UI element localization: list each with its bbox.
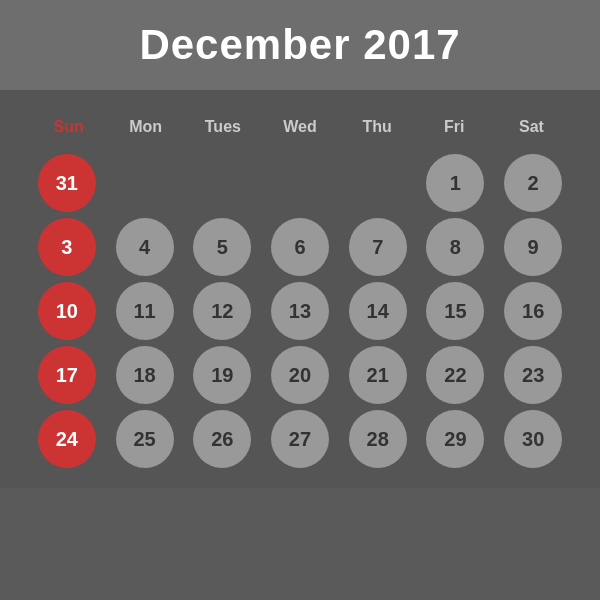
day-number[interactable]: 14 [349, 282, 407, 340]
day-number[interactable]: 31 [38, 154, 96, 212]
day-number[interactable]: 20 [271, 346, 329, 404]
day-cell[interactable]: 17 [30, 346, 104, 404]
weekday-label: Sat [493, 110, 570, 144]
day-cell[interactable]: 14 [341, 282, 415, 340]
day-number [349, 154, 407, 212]
day-number[interactable]: 15 [426, 282, 484, 340]
day-number [116, 154, 174, 212]
day-number[interactable]: 17 [38, 346, 96, 404]
day-cell[interactable]: 29 [419, 410, 493, 468]
day-cell[interactable]: 9 [496, 218, 570, 276]
day-cell[interactable]: 8 [419, 218, 493, 276]
weekday-label: Tues [184, 110, 261, 144]
day-number[interactable]: 26 [193, 410, 251, 468]
weekday-label: Mon [107, 110, 184, 144]
day-cell [108, 154, 182, 212]
day-cell[interactable]: 16 [496, 282, 570, 340]
day-cell[interactable]: 12 [185, 282, 259, 340]
day-cell[interactable]: 10 [30, 282, 104, 340]
day-number[interactable]: 6 [271, 218, 329, 276]
day-cell[interactable]: 30 [496, 410, 570, 468]
day-cell[interactable]: 31 [30, 154, 104, 212]
calendar-body: SunMonTuesWedThuFriSat 31123456789101112… [0, 90, 600, 488]
day-cell[interactable]: 1 [419, 154, 493, 212]
day-cell[interactable]: 26 [185, 410, 259, 468]
day-number[interactable]: 23 [504, 346, 562, 404]
weekday-label: Fri [416, 110, 493, 144]
day-cell[interactable]: 18 [108, 346, 182, 404]
weekday-label: Thu [339, 110, 416, 144]
weekday-row: SunMonTuesWedThuFriSat [30, 110, 570, 144]
day-number[interactable]: 25 [116, 410, 174, 468]
day-number[interactable]: 27 [271, 410, 329, 468]
day-cell[interactable]: 28 [341, 410, 415, 468]
day-cell[interactable]: 19 [185, 346, 259, 404]
day-number[interactable]: 16 [504, 282, 562, 340]
day-number[interactable]: 21 [349, 346, 407, 404]
day-cell[interactable]: 7 [341, 218, 415, 276]
weekday-label: Sun [30, 110, 107, 144]
day-number[interactable]: 10 [38, 282, 96, 340]
day-number[interactable]: 29 [426, 410, 484, 468]
day-cell[interactable]: 15 [419, 282, 493, 340]
day-cell[interactable]: 6 [263, 218, 337, 276]
day-cell[interactable]: 5 [185, 218, 259, 276]
day-cell[interactable]: 4 [108, 218, 182, 276]
day-number[interactable]: 8 [426, 218, 484, 276]
day-number[interactable]: 22 [426, 346, 484, 404]
day-cell[interactable]: 23 [496, 346, 570, 404]
day-number[interactable]: 4 [116, 218, 174, 276]
day-number[interactable]: 30 [504, 410, 562, 468]
day-number[interactable]: 11 [116, 282, 174, 340]
days-grid: 3112345678910111213141516171819202122232… [30, 154, 570, 468]
day-number [193, 154, 251, 212]
weekday-label: Wed [261, 110, 338, 144]
day-cell[interactable]: 20 [263, 346, 337, 404]
day-number[interactable]: 3 [38, 218, 96, 276]
day-cell[interactable]: 2 [496, 154, 570, 212]
day-number[interactable]: 7 [349, 218, 407, 276]
day-number[interactable]: 1 [426, 154, 484, 212]
day-cell[interactable]: 27 [263, 410, 337, 468]
day-number[interactable]: 2 [504, 154, 562, 212]
day-number[interactable]: 24 [38, 410, 96, 468]
day-cell[interactable]: 25 [108, 410, 182, 468]
day-cell [185, 154, 259, 212]
day-number[interactable]: 28 [349, 410, 407, 468]
day-number[interactable]: 19 [193, 346, 251, 404]
day-number [271, 154, 329, 212]
day-cell[interactable]: 24 [30, 410, 104, 468]
day-cell [341, 154, 415, 212]
day-cell[interactable]: 11 [108, 282, 182, 340]
day-cell[interactable]: 22 [419, 346, 493, 404]
month-year-title: December 2017 [139, 21, 460, 69]
day-cell [263, 154, 337, 212]
day-number[interactable]: 9 [504, 218, 562, 276]
day-number[interactable]: 18 [116, 346, 174, 404]
day-cell[interactable]: 13 [263, 282, 337, 340]
day-number[interactable]: 13 [271, 282, 329, 340]
day-cell[interactable]: 21 [341, 346, 415, 404]
day-cell[interactable]: 3 [30, 218, 104, 276]
calendar-header: December 2017 [0, 0, 600, 90]
day-number[interactable]: 5 [193, 218, 251, 276]
day-number[interactable]: 12 [193, 282, 251, 340]
